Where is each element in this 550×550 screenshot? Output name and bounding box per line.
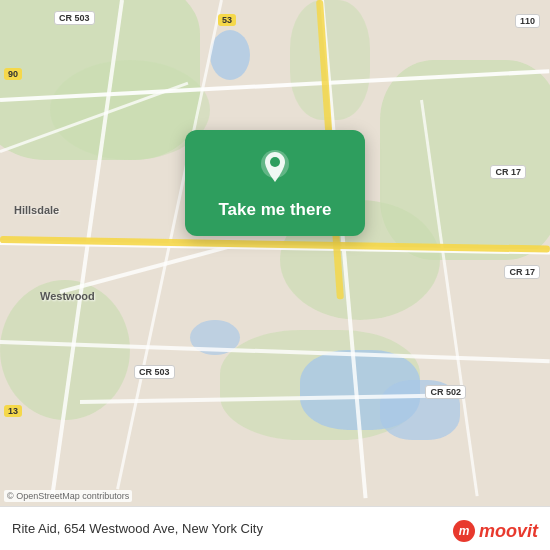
label-cr503b: CR 503 <box>54 11 95 25</box>
map-container: 53 110 90 11 CR 17 CR 17 CR 503 CR 502 C… <box>0 0 550 550</box>
moovit-text: moovit <box>479 521 538 542</box>
label-cr503a: CR 503 <box>134 365 175 379</box>
lake-3 <box>210 30 250 80</box>
take-me-there-button[interactable]: Take me there <box>218 200 331 220</box>
osm-copyright-text: © OpenStreetMap contributors <box>7 491 129 501</box>
svg-point-1 <box>270 157 280 167</box>
svg-text:m: m <box>459 524 470 538</box>
moovit-logo: m moovit <box>453 520 538 542</box>
moovit-icon: m <box>453 520 475 542</box>
bottom-bar: Rite Aid, 654 Westwood Ave, New York Cit… <box>0 506 550 550</box>
cta-card[interactable]: Take me there <box>185 130 365 236</box>
label-13: 13 <box>4 405 22 417</box>
location-pin-icon <box>253 146 297 190</box>
label-westwood: Westwood <box>40 290 95 302</box>
label-cr17b: CR 17 <box>504 265 540 279</box>
label-cr502: CR 502 <box>425 385 466 399</box>
label-110: 110 <box>515 14 540 28</box>
label-cr17a: CR 17 <box>490 165 526 179</box>
label-90: 90 <box>4 68 22 80</box>
label-hillsdale: Hillsdale <box>14 204 59 216</box>
osm-attribution: © OpenStreetMap contributors <box>4 490 132 502</box>
label-53: 53 <box>218 14 236 26</box>
